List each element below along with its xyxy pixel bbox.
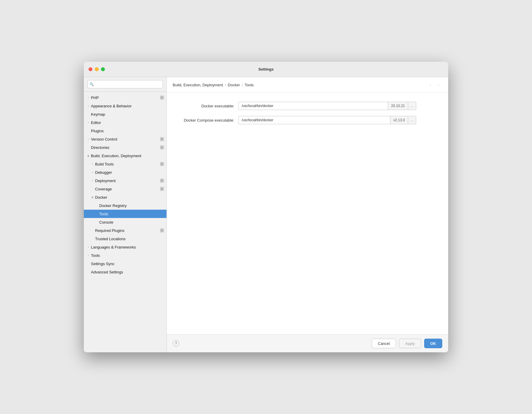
chevron-icon <box>90 187 94 191</box>
sidebar-item-keymap[interactable]: Keymap <box>84 110 166 118</box>
sidebar-item-label: Plugins <box>91 129 164 133</box>
breadcrumb-tools[interactable]: Tools <box>245 83 254 87</box>
sidebar-item-label: Deployment <box>95 179 160 183</box>
chevron-icon <box>86 270 90 274</box>
apply-button[interactable]: Apply <box>399 339 421 348</box>
sidebar-item-label: Appearance & Behavior <box>91 104 164 108</box>
item-badge: ⊞ <box>160 179 164 183</box>
settings-form: Docker executable: 20.10.21 … Docker Com… <box>167 93 448 334</box>
sidebar-item-required-plugins[interactable]: Required Plugins ⊞ <box>84 226 166 235</box>
main-content-area: 🔍 › PHP ⊞ › Appearance & Behavior <box>84 77 448 352</box>
breadcrumb-docker[interactable]: Docker <box>228 83 240 87</box>
docker-version-display: 20.10.21 <box>388 102 408 110</box>
sidebar-item-editor[interactable]: › Editor <box>84 118 166 127</box>
chevron-icon: › <box>86 120 90 125</box>
sidebar-item-build-execution-deployment[interactable]: ∨ Build, Execution, Deployment <box>84 152 166 160</box>
sidebar-item-label: Build, Execution, Deployment <box>91 154 164 158</box>
sidebar-item-label: Trusted Locations <box>95 237 164 241</box>
chevron-icon: › <box>86 253 90 257</box>
sidebar-item-tools[interactable]: Tools <box>84 210 166 218</box>
sidebar-item-docker[interactable]: ∨ Docker <box>84 193 166 201</box>
chevron-icon <box>86 262 90 266</box>
sidebar-item-tools-main[interactable]: › Tools <box>84 251 166 259</box>
chevron-icon <box>86 129 90 133</box>
sidebar-item-label: Editor <box>91 120 164 125</box>
bottom-bar: ? Cancel Apply OK <box>167 334 448 352</box>
breadcrumb-build[interactable]: Build, Execution, Deployment <box>173 83 223 87</box>
sidebar-item-console[interactable]: Console <box>84 218 166 226</box>
sidebar-item-label: Keymap <box>91 112 164 117</box>
chevron-icon <box>86 112 90 116</box>
sidebar-item-plugins[interactable]: Plugins <box>84 127 166 135</box>
chevron-icon <box>86 145 90 149</box>
search-icon: 🔍 <box>89 82 94 86</box>
sidebar-item-label: Languages & Frameworks <box>91 245 164 249</box>
maximize-button[interactable] <box>101 67 105 71</box>
chevron-icon: › <box>86 95 90 100</box>
help-button[interactable]: ? <box>173 340 179 347</box>
settings-window: Settings 🔍 › PHP ⊞ › App <box>84 62 448 352</box>
nav-forward-button[interactable]: › <box>435 81 442 88</box>
sidebar-item-label: Tools <box>99 212 164 216</box>
item-badge: ⊞ <box>160 137 164 141</box>
docker-browse-button[interactable]: … <box>408 102 416 110</box>
search-wrapper: 🔍 <box>87 80 163 88</box>
sidebar-item-build-tools[interactable]: › Build Tools ⊞ <box>84 160 166 168</box>
item-badge: ⊞ <box>160 162 164 166</box>
chevron-expand-icon: ∨ <box>86 154 90 158</box>
nav-back-button[interactable]: ‹ <box>427 81 434 88</box>
titlebar: Settings <box>84 62 448 77</box>
search-input[interactable] <box>87 80 163 88</box>
cancel-button[interactable]: Cancel <box>372 339 396 348</box>
sidebar-item-docker-registry[interactable]: Docker Registry <box>84 201 166 210</box>
sidebar-item-version-control[interactable]: › Version Control ⊞ <box>84 135 166 143</box>
sidebar-item-label: Docker <box>95 195 164 200</box>
breadcrumb-sep-1: › <box>225 83 226 87</box>
docker-executable-input[interactable] <box>238 102 388 110</box>
window-title: Settings <box>258 67 273 71</box>
docker-executable-row: Docker executable: 20.10.21 … <box>175 102 440 110</box>
sidebar-item-label: Required Plugins <box>95 228 160 233</box>
item-badge: ⊞ <box>160 187 164 191</box>
chevron-icon <box>90 228 94 233</box>
close-button[interactable] <box>89 67 92 71</box>
sidebar-item-directories[interactable]: Directories ⊞ <box>84 143 166 152</box>
minimize-button[interactable] <box>95 67 99 71</box>
sidebar-item-label: Advanced Settings <box>91 270 164 274</box>
sidebar-item-appearance-behavior[interactable]: › Appearance & Behavior <box>84 102 166 110</box>
sidebar: 🔍 › PHP ⊞ › Appearance & Behavior <box>84 77 167 352</box>
docker-compose-version-display: v2.13.0 <box>390 116 408 124</box>
docker-compose-executable-row: Docker Compose executable: v2.13.0 … <box>175 116 440 124</box>
chevron-icon <box>90 237 94 241</box>
docker-compose-browse-button[interactable]: … <box>408 116 416 124</box>
sidebar-item-php[interactable]: › PHP ⊞ <box>84 93 166 102</box>
sidebar-item-languages-frameworks[interactable]: › Languages & Frameworks <box>84 243 166 251</box>
sidebar-item-settings-sync[interactable]: Settings Sync <box>84 259 166 268</box>
chevron-icon: › <box>90 179 94 183</box>
main-panel: Build, Execution, Deployment › Docker › … <box>167 77 448 352</box>
sidebar-item-label: Version Control <box>91 137 160 141</box>
sidebar-item-debugger[interactable]: › Debugger <box>84 168 166 176</box>
docker-executable-label: Docker executable: <box>175 104 234 108</box>
sidebar-item-trusted-locations[interactable]: Trusted Locations <box>84 235 166 243</box>
breadcrumb-bar: Build, Execution, Deployment › Docker › … <box>167 77 448 93</box>
sidebar-item-deployment[interactable]: › Deployment ⊞ <box>84 176 166 185</box>
sidebar-item-label: Docker Registry <box>99 203 164 208</box>
traffic-lights <box>89 67 105 71</box>
item-badge: ⊞ <box>160 228 164 233</box>
chevron-icon <box>94 220 99 224</box>
item-badge: ⊞ <box>160 145 164 149</box>
docker-compose-input-group: v2.13.0 … <box>238 116 416 124</box>
sidebar-item-coverage[interactable]: Coverage ⊞ <box>84 185 166 193</box>
sidebar-item-label: Settings Sync <box>91 262 164 266</box>
sidebar-item-advanced-settings[interactable]: Advanced Settings <box>84 268 166 276</box>
docker-executable-input-group: 20.10.21 … <box>238 102 416 110</box>
sidebar-item-label: Coverage <box>95 187 160 191</box>
chevron-icon <box>94 203 99 208</box>
chevron-icon: › <box>86 104 90 108</box>
docker-compose-input[interactable] <box>238 116 390 124</box>
ok-button[interactable]: OK <box>424 339 443 348</box>
chevron-icon: › <box>86 137 90 141</box>
sidebar-item-label: PHP <box>91 95 160 100</box>
chevron-icon <box>94 212 99 216</box>
